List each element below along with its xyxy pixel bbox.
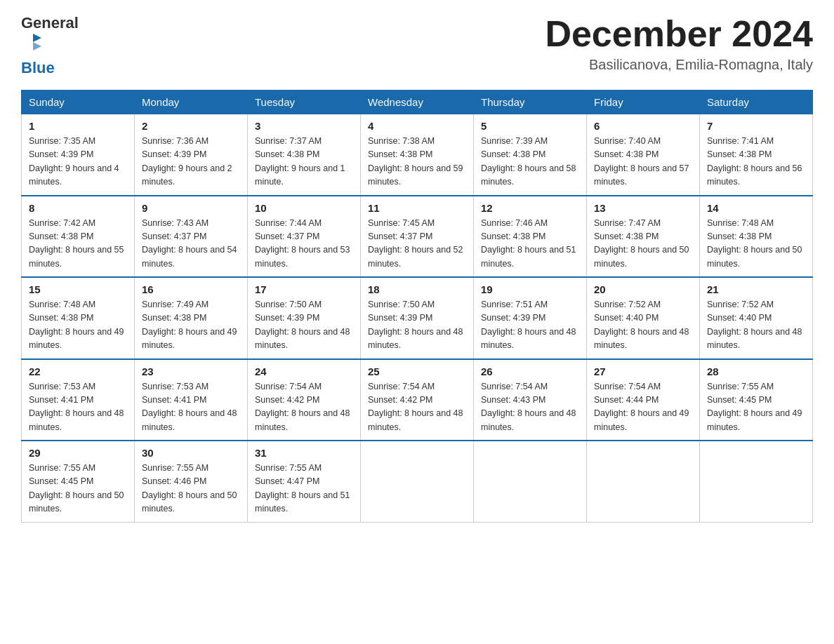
- day-number: 17: [255, 283, 353, 295]
- table-row: 13 Sunrise: 7:47 AM Sunset: 4:38 PM Dayl…: [587, 196, 700, 278]
- day-number: 25: [368, 365, 466, 377]
- day-info: Sunrise: 7:35 AM Sunset: 4:39 PM Dayligh…: [29, 135, 127, 189]
- calendar-week-row: 15 Sunrise: 7:48 AM Sunset: 4:38 PM Dayl…: [22, 277, 813, 359]
- month-title: December 2024: [545, 14, 813, 54]
- day-info: Sunrise: 7:53 AM Sunset: 4:41 PM Dayligh…: [29, 380, 127, 435]
- day-info: Sunrise: 7:52 AM Sunset: 4:40 PM Dayligh…: [707, 298, 805, 353]
- day-number: 22: [29, 365, 127, 377]
- location-subtitle: Basilicanova, Emilia-Romagna, Italy: [545, 57, 813, 73]
- day-info: Sunrise: 7:53 AM Sunset: 4:41 PM Dayligh…: [142, 380, 240, 435]
- day-info: Sunrise: 7:49 AM Sunset: 4:38 PM Dayligh…: [142, 298, 240, 353]
- table-row: 5 Sunrise: 7:39 AM Sunset: 4:38 PM Dayli…: [474, 114, 587, 196]
- day-number: 9: [142, 202, 240, 214]
- day-info: Sunrise: 7:50 AM Sunset: 4:39 PM Dayligh…: [368, 298, 466, 353]
- day-info: Sunrise: 7:37 AM Sunset: 4:38 PM Dayligh…: [255, 135, 353, 189]
- day-number: 4: [368, 120, 466, 132]
- table-row: 26 Sunrise: 7:54 AM Sunset: 4:43 PM Dayl…: [474, 359, 587, 441]
- day-info: Sunrise: 7:39 AM Sunset: 4:38 PM Dayligh…: [481, 135, 579, 189]
- day-info: Sunrise: 7:48 AM Sunset: 4:38 PM Dayligh…: [707, 217, 805, 271]
- header-sunday: Sunday: [22, 90, 135, 114]
- table-row: 31 Sunrise: 7:55 AM Sunset: 4:47 PM Dayl…: [248, 441, 361, 522]
- day-number: 24: [255, 365, 353, 377]
- logo-text-general: General: [21, 14, 79, 32]
- day-number: 29: [29, 447, 127, 459]
- day-number: 11: [368, 202, 466, 214]
- table-row: 16 Sunrise: 7:49 AM Sunset: 4:38 PM Dayl…: [135, 277, 248, 359]
- table-row: 8 Sunrise: 7:42 AM Sunset: 4:38 PM Dayli…: [22, 196, 135, 278]
- header-monday: Monday: [135, 90, 248, 114]
- table-row: [700, 441, 813, 522]
- day-info: Sunrise: 7:47 AM Sunset: 4:38 PM Dayligh…: [594, 217, 692, 271]
- day-info: Sunrise: 7:55 AM Sunset: 4:47 PM Dayligh…: [255, 462, 353, 516]
- table-row: 20 Sunrise: 7:52 AM Sunset: 4:40 PM Dayl…: [587, 277, 700, 359]
- day-number: 20: [594, 283, 692, 295]
- days-header-row: Sunday Monday Tuesday Wednesday Thursday…: [22, 90, 813, 114]
- day-info: Sunrise: 7:54 AM Sunset: 4:42 PM Dayligh…: [255, 380, 353, 435]
- day-info: Sunrise: 7:51 AM Sunset: 4:39 PM Dayligh…: [481, 298, 579, 353]
- svg-marker-0: [33, 34, 41, 42]
- day-info: Sunrise: 7:52 AM Sunset: 4:40 PM Dayligh…: [594, 298, 692, 353]
- table-row: 24 Sunrise: 7:54 AM Sunset: 4:42 PM Dayl…: [248, 359, 361, 441]
- day-info: Sunrise: 7:46 AM Sunset: 4:38 PM Dayligh…: [481, 217, 579, 271]
- logo: General Blue: [21, 14, 79, 77]
- table-row: 12 Sunrise: 7:46 AM Sunset: 4:38 PM Dayl…: [474, 196, 587, 278]
- title-area: December 2024 Basilicanova, Emilia-Romag…: [545, 14, 813, 73]
- day-number: 23: [142, 365, 240, 377]
- day-number: 10: [255, 202, 353, 214]
- table-row: 7 Sunrise: 7:41 AM Sunset: 4:38 PM Dayli…: [700, 114, 813, 196]
- day-number: 6: [594, 120, 692, 132]
- table-row: 23 Sunrise: 7:53 AM Sunset: 4:41 PM Dayl…: [135, 359, 248, 441]
- day-info: Sunrise: 7:43 AM Sunset: 4:37 PM Dayligh…: [142, 217, 240, 271]
- table-row: [361, 441, 474, 522]
- calendar-week-row: 29 Sunrise: 7:55 AM Sunset: 4:45 PM Dayl…: [22, 441, 813, 522]
- calendar-week-row: 8 Sunrise: 7:42 AM Sunset: 4:38 PM Dayli…: [22, 196, 813, 278]
- table-row: 3 Sunrise: 7:37 AM Sunset: 4:38 PM Dayli…: [248, 114, 361, 196]
- page-header: General Blue December 2024 Basilicanova,…: [21, 14, 813, 77]
- table-row: 10 Sunrise: 7:44 AM Sunset: 4:37 PM Dayl…: [248, 196, 361, 278]
- day-info: Sunrise: 7:38 AM Sunset: 4:38 PM Dayligh…: [368, 135, 466, 189]
- table-row: 9 Sunrise: 7:43 AM Sunset: 4:37 PM Dayli…: [135, 196, 248, 278]
- table-row: 28 Sunrise: 7:55 AM Sunset: 4:45 PM Dayl…: [700, 359, 813, 441]
- table-row: 17 Sunrise: 7:50 AM Sunset: 4:39 PM Dayl…: [248, 277, 361, 359]
- table-row: 11 Sunrise: 7:45 AM Sunset: 4:37 PM Dayl…: [361, 196, 474, 278]
- calendar-week-row: 22 Sunrise: 7:53 AM Sunset: 4:41 PM Dayl…: [22, 359, 813, 441]
- day-number: 5: [481, 120, 579, 132]
- day-number: 21: [707, 283, 805, 295]
- day-number: 27: [594, 365, 692, 377]
- table-row: 1 Sunrise: 7:35 AM Sunset: 4:39 PM Dayli…: [22, 114, 135, 196]
- table-row: 27 Sunrise: 7:54 AM Sunset: 4:44 PM Dayl…: [587, 359, 700, 441]
- day-info: Sunrise: 7:54 AM Sunset: 4:44 PM Dayligh…: [594, 380, 692, 435]
- day-info: Sunrise: 7:48 AM Sunset: 4:38 PM Dayligh…: [29, 298, 127, 353]
- calendar-table: Sunday Monday Tuesday Wednesday Thursday…: [21, 90, 813, 523]
- table-row: 2 Sunrise: 7:36 AM Sunset: 4:39 PM Dayli…: [135, 114, 248, 196]
- table-row: 30 Sunrise: 7:55 AM Sunset: 4:46 PM Dayl…: [135, 441, 248, 522]
- table-row: 6 Sunrise: 7:40 AM Sunset: 4:38 PM Dayli…: [587, 114, 700, 196]
- table-row: 29 Sunrise: 7:55 AM Sunset: 4:45 PM Dayl…: [22, 441, 135, 522]
- logo-flag-icon: [23, 32, 43, 52]
- day-info: Sunrise: 7:36 AM Sunset: 4:39 PM Dayligh…: [142, 135, 240, 189]
- day-info: Sunrise: 7:45 AM Sunset: 4:37 PM Dayligh…: [368, 217, 466, 271]
- header-saturday: Saturday: [700, 90, 813, 114]
- day-info: Sunrise: 7:54 AM Sunset: 4:43 PM Dayligh…: [481, 380, 579, 435]
- table-row: 21 Sunrise: 7:52 AM Sunset: 4:40 PM Dayl…: [700, 277, 813, 359]
- day-info: Sunrise: 7:42 AM Sunset: 4:38 PM Dayligh…: [29, 217, 127, 271]
- day-number: 7: [707, 120, 805, 132]
- day-number: 31: [255, 447, 353, 459]
- day-info: Sunrise: 7:40 AM Sunset: 4:38 PM Dayligh…: [594, 135, 692, 189]
- header-friday: Friday: [587, 90, 700, 114]
- calendar-week-row: 1 Sunrise: 7:35 AM Sunset: 4:39 PM Dayli…: [22, 114, 813, 196]
- day-info: Sunrise: 7:41 AM Sunset: 4:38 PM Dayligh…: [707, 135, 805, 189]
- header-tuesday: Tuesday: [248, 90, 361, 114]
- day-number: 12: [481, 202, 579, 214]
- day-number: 26: [481, 365, 579, 377]
- day-number: 1: [29, 120, 127, 132]
- header-wednesday: Wednesday: [361, 90, 474, 114]
- day-number: 3: [255, 120, 353, 132]
- day-number: 19: [481, 283, 579, 295]
- day-number: 14: [707, 202, 805, 214]
- table-row: [587, 441, 700, 522]
- table-row: 25 Sunrise: 7:54 AM Sunset: 4:42 PM Dayl…: [361, 359, 474, 441]
- table-row: 22 Sunrise: 7:53 AM Sunset: 4:41 PM Dayl…: [22, 359, 135, 441]
- day-number: 8: [29, 202, 127, 214]
- header-thursday: Thursday: [474, 90, 587, 114]
